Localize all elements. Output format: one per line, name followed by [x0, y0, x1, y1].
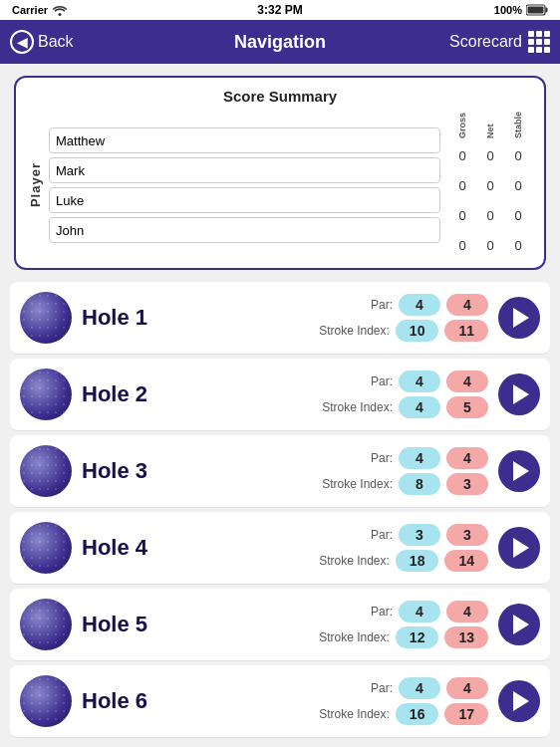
nav-title: Navigation: [234, 32, 326, 53]
par-blue-3: 4: [399, 447, 440, 469]
si-row-3: Stroke Index: 8 3: [322, 473, 488, 495]
par-label-3: Par:: [371, 451, 393, 465]
hole-details-4: Par: 3 3 Stroke Index: 18 14: [171, 524, 488, 572]
stable-score-2: 0: [504, 172, 532, 198]
par-blue-6: 4: [399, 677, 440, 699]
play-button-4[interactable]: [498, 527, 540, 569]
carrier-label: Carrier: [12, 4, 48, 16]
par-pink-1: 4: [446, 294, 488, 316]
si-blue-6: 16: [396, 703, 439, 725]
par-pink-5: 4: [446, 601, 488, 622]
battery-label: 100%: [494, 4, 522, 16]
gross-score-3: 0: [448, 202, 476, 228]
play-button-5[interactable]: [498, 604, 540, 645]
si-row-1: Stroke Index: 10 11: [319, 320, 488, 342]
par-row-4: Par: 3 3: [371, 524, 488, 546]
player-list: [49, 127, 440, 243]
svg-rect-2: [546, 8, 548, 13]
play-icon-1: [513, 308, 529, 328]
gross-score-1: 0: [448, 142, 476, 168]
par-blue-4: 3: [399, 524, 440, 546]
play-icon-2: [513, 384, 529, 404]
player-name-input-2[interactable]: [49, 157, 440, 183]
svg-rect-3: [528, 7, 544, 14]
stable-col: Stable 0 0 0 0: [504, 113, 532, 258]
par-pink-3: 4: [446, 447, 488, 469]
score-summary-card: Score Summary Player Gro: [14, 76, 546, 270]
play-button-3[interactable]: [498, 450, 540, 492]
si-pink-1: 11: [444, 320, 488, 342]
player-row-1: [49, 127, 440, 153]
par-row-1: Par: 4 4: [371, 294, 488, 316]
hole-name-1: Hole 1: [82, 305, 161, 331]
hole-name-2: Hole 2: [82, 381, 161, 407]
si-row-5: Stroke Index: 12 13: [319, 626, 488, 648]
hole-item-3: Hole 3 Par: 4 4 Stroke Index: 8 3: [10, 435, 550, 508]
net-score-3: 0: [476, 202, 504, 228]
scorecard-label: Scorecard: [449, 33, 522, 51]
hole-item-2: Hole 2 Par: 4 4 Stroke Index: 4 5: [10, 359, 550, 431]
net-score-4: 0: [476, 232, 504, 258]
player-row-3: [49, 187, 440, 213]
si-label-1: Stroke Index:: [319, 324, 390, 338]
player-name-input-1[interactable]: [49, 127, 440, 153]
hole-details-1: Par: 4 4 Stroke Index: 10 11: [171, 294, 488, 342]
play-icon-5: [513, 615, 529, 634]
par-label-6: Par:: [371, 681, 393, 695]
nav-bar: ◀ Back Navigation Scorecard: [0, 20, 560, 64]
status-bar: Carrier 3:32 PM 100%: [0, 0, 560, 20]
net-score-1: 0: [476, 142, 504, 168]
hole-details-5: Par: 4 4 Stroke Index: 12 13: [171, 601, 488, 648]
si-row-2: Stroke Index: 4 5: [322, 396, 488, 418]
stable-score-4: 0: [504, 232, 532, 258]
back-arrow-icon: ◀: [10, 30, 34, 54]
si-label-2: Stroke Index:: [322, 400, 393, 414]
player-name-input-3[interactable]: [49, 187, 440, 213]
par-label-2: Par:: [371, 374, 393, 388]
stable-header: Stable: [513, 113, 523, 138]
si-label-6: Stroke Index:: [319, 707, 390, 721]
player-name-input-4[interactable]: [49, 217, 440, 243]
si-blue-3: 8: [399, 473, 440, 495]
si-pink-6: 17: [444, 703, 488, 725]
play-button-6[interactable]: [498, 680, 540, 722]
hole-ball-3: [20, 445, 72, 497]
hole-details-6: Par: 4 4 Stroke Index: 16 17: [171, 677, 488, 725]
par-pink-6: 4: [446, 677, 488, 699]
player-row-2: [49, 157, 440, 183]
gross-header: Gross: [457, 113, 467, 138]
gross-score-4: 0: [448, 232, 476, 258]
hole-name-4: Hole 4: [82, 535, 161, 561]
si-pink-3: 3: [446, 473, 488, 495]
scorecard-button[interactable]: Scorecard: [449, 31, 550, 53]
si-blue-4: 18: [396, 550, 439, 572]
battery-icon: [526, 4, 548, 16]
hole-name-6: Hole 6: [82, 688, 161, 714]
hole-name-5: Hole 5: [82, 612, 161, 637]
gross-score-2: 0: [448, 172, 476, 198]
svg-point-0: [59, 13, 62, 16]
par-label-1: Par:: [371, 298, 393, 312]
si-row-4: Stroke Index: 18 14: [319, 550, 488, 572]
hole-ball-6: [20, 675, 72, 727]
play-button-1[interactable]: [498, 297, 540, 339]
si-pink-4: 14: [444, 550, 488, 572]
si-label-5: Stroke Index:: [319, 630, 390, 644]
back-label: Back: [38, 33, 74, 51]
score-summary-title: Score Summary: [28, 88, 532, 105]
summary-scores: Gross 0 0 0 0 Net 0 0 0 0 Stable 0 0 0 0: [448, 113, 532, 258]
si-pink-5: 13: [444, 626, 488, 648]
hole-ball-1: [20, 292, 72, 344]
hole-ball-4: [20, 522, 72, 574]
play-icon-4: [513, 538, 529, 558]
net-score-2: 0: [476, 172, 504, 198]
si-label-3: Stroke Index:: [322, 477, 393, 491]
play-icon-6: [513, 691, 529, 711]
holes-list: Hole 1 Par: 4 4 Stroke Index: 10 11 Hole…: [0, 282, 560, 742]
play-button-2[interactable]: [498, 374, 540, 415]
back-button[interactable]: ◀ Back: [10, 30, 74, 54]
par-row-2: Par: 4 4: [371, 371, 488, 392]
stable-score-1: 0: [504, 142, 532, 168]
par-pink-2: 4: [446, 371, 488, 392]
par-blue-5: 4: [399, 601, 440, 622]
